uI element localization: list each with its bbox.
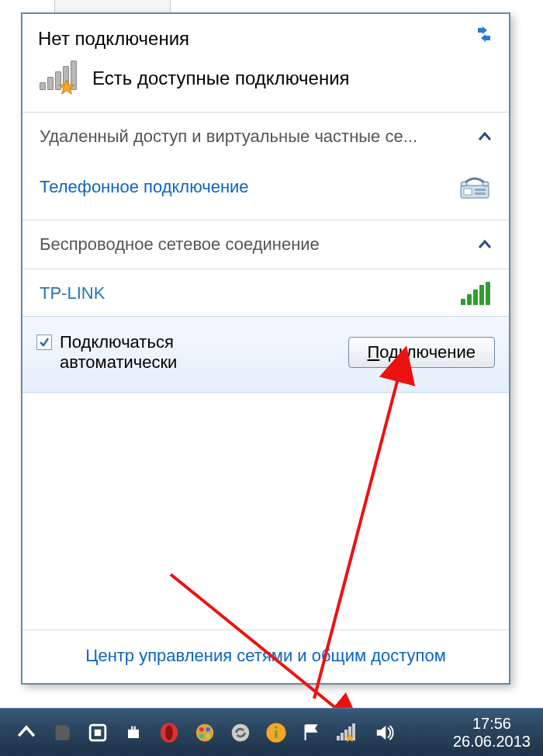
auto-connect-label: Подключаться автоматически	[60, 332, 230, 373]
svg-point-19	[199, 733, 204, 738]
available-connections-row: Есть доступные подключения	[22, 57, 509, 112]
power-icon[interactable]	[123, 722, 144, 744]
available-connections-label: Есть доступные подключения	[92, 68, 350, 89]
taskbar-clock[interactable]: 17:56 26.06.2013	[442, 715, 535, 751]
refresh-icon[interactable]	[473, 25, 495, 43]
section-dialup-vpn[interactable]: Удаленный доступ и виртуальные частные с…	[22, 113, 509, 161]
dialup-link-text: Телефонное подключение	[40, 177, 249, 197]
evernote-icon[interactable]	[51, 722, 73, 744]
network-center-link[interactable]: Центр управления сетями и общим доступом	[22, 629, 509, 683]
svg-rect-10	[95, 729, 101, 735]
svg-point-15	[165, 725, 173, 740]
svg-point-5	[461, 182, 467, 186]
chevron-up-icon	[478, 131, 492, 142]
palette-icon[interactable]	[194, 722, 216, 744]
dialup-connection-item[interactable]: Телефонное подключение	[22, 161, 509, 220]
svg-rect-13	[134, 726, 136, 729]
svg-point-6	[482, 182, 489, 186]
network-flyout: Нет подключения Есть доступные подключен…	[21, 12, 510, 685]
svg-rect-24	[275, 726, 278, 728]
tray-chevron-up-icon[interactable]	[16, 722, 37, 744]
section-wireless-label: Беспроводное сетевое соединение	[40, 234, 320, 255]
svg-rect-2	[464, 189, 472, 195]
auto-connect-checkbox[interactable]	[36, 335, 52, 350]
svg-point-21	[232, 723, 249, 740]
device-icon[interactable]	[87, 722, 109, 744]
system-tray	[16, 722, 442, 744]
clock-time: 17:56	[453, 715, 531, 733]
svg-marker-0	[59, 80, 74, 94]
svg-rect-11	[128, 729, 139, 737]
network-center-link-text: Центр управления сетями и общим доступом	[85, 646, 446, 665]
network-tray-icon[interactable]	[337, 722, 360, 744]
sync-icon[interactable]	[230, 722, 251, 744]
signal-strength-icon	[461, 282, 492, 305]
svg-rect-23	[275, 730, 278, 738]
clock-date: 26.06.2013	[453, 733, 531, 751]
section-dialup-label: Удаленный доступ и виртуальные частные с…	[40, 127, 417, 147]
svg-point-17	[199, 727, 204, 732]
svg-rect-3	[475, 189, 486, 191]
svg-rect-12	[131, 726, 133, 729]
info-icon[interactable]	[265, 722, 287, 744]
svg-point-18	[206, 727, 210, 732]
taskbar: 17:56 26.06.2013	[0, 708, 543, 756]
svg-point-20	[206, 733, 210, 738]
phone-modem-icon	[458, 172, 492, 203]
svg-marker-25	[345, 733, 355, 742]
connect-button[interactable]: Подключение	[348, 337, 496, 368]
connection-status-title: Нет подключения	[38, 28, 493, 50]
empty-area	[22, 393, 509, 629]
svg-point-16	[196, 723, 213, 740]
section-wireless[interactable]: Беспроводное сетевое соединение	[22, 220, 509, 269]
svg-rect-4	[475, 192, 486, 195]
chevron-up-icon	[478, 239, 492, 250]
opera-icon[interactable]	[158, 722, 180, 744]
flyout-header: Нет подключения	[22, 14, 509, 57]
wifi-network-item[interactable]: TP-LINK	[22, 269, 509, 317]
wifi-network-name: TP-LINK	[40, 283, 105, 303]
auto-connect-option[interactable]: Подключаться автоматически	[36, 332, 230, 373]
signal-available-icon	[38, 62, 80, 95]
flag-icon[interactable]	[301, 722, 323, 744]
connect-panel: Подключаться автоматически Подключение	[22, 317, 509, 393]
volume-icon[interactable]	[374, 722, 396, 744]
